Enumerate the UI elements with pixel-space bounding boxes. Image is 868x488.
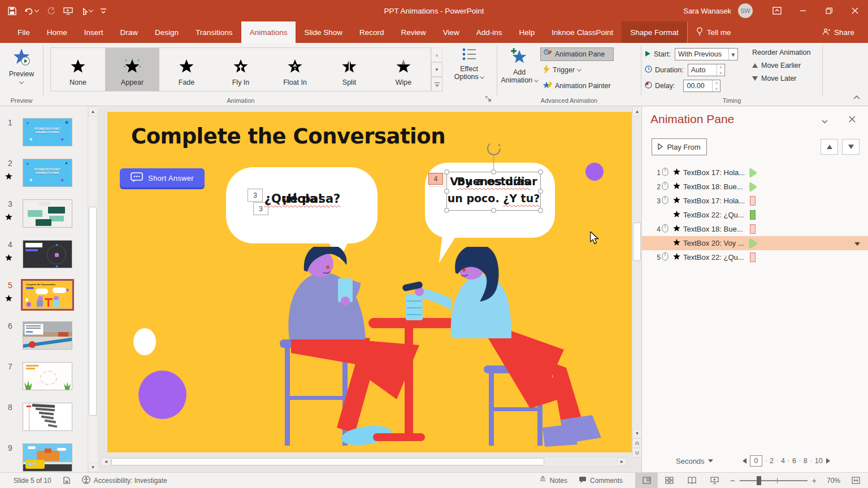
thumbnail-slide-8[interactable]: 8 xyxy=(0,403,85,439)
tab-review[interactable]: Review xyxy=(393,21,435,43)
slide-sorter-view-button[interactable] xyxy=(658,473,680,488)
editor-vscrollbar-thumb[interactable] xyxy=(633,223,641,261)
timing-bar-triangle[interactable] xyxy=(750,168,757,177)
tab-add-ins[interactable]: Add-ins xyxy=(468,21,511,43)
zoom-level[interactable]: 70% xyxy=(821,473,846,488)
thumbnail-image[interactable]: POWERPOINT ANIMATIONS ✦ ✦ ✶ xyxy=(23,159,72,187)
thumbnail-image[interactable]: POWERPOINT ANIMATIONS ✦ ✦ ✿ xyxy=(23,118,72,146)
start-dropdown-arrow[interactable]: ▾ xyxy=(728,49,737,60)
thumbnail-image[interactable] xyxy=(23,240,72,268)
tab-home[interactable]: Home xyxy=(38,21,76,43)
gallery-item-wipe[interactable]: Wipe xyxy=(376,48,431,91)
editor-hscrollbar[interactable]: ◄ ► xyxy=(101,457,627,467)
touch-mouse-mode-icon[interactable] xyxy=(81,7,93,15)
short-answer-button[interactable]: Short Answer xyxy=(120,168,205,188)
thumbnail-slide-7[interactable]: 7 xyxy=(0,362,85,398)
gallery-item-appear[interactable]: Appear xyxy=(105,48,159,91)
animation-item-5[interactable]: 4 TextBox 18: Bue... xyxy=(642,222,868,236)
thumbnail-image[interactable] xyxy=(23,321,72,350)
seconds-dropdown[interactable]: Seconds xyxy=(676,457,713,465)
animation-item-7[interactable]: 5 TextBox 22: ¿Qu... xyxy=(642,250,868,264)
tab-transitions[interactable]: Transitions xyxy=(187,21,241,43)
gallery-more-button[interactable] xyxy=(431,77,442,91)
thumbnail-slide-1[interactable]: 1 POWERPOINT ANIMATIONS ✦ ✦ ✿ xyxy=(0,118,85,154)
timing-bar-entrance[interactable] xyxy=(750,210,756,220)
resize-handle-n[interactable] xyxy=(491,169,496,175)
timeline-left-arrow[interactable] xyxy=(743,457,747,465)
slideshow-view-button[interactable] xyxy=(703,473,726,488)
thumbnail-image[interactable] xyxy=(23,199,72,228)
zoom-out-button[interactable]: − xyxy=(730,476,735,485)
tab-insert[interactable]: Insert xyxy=(76,21,112,43)
preview-button[interactable]: Preview xyxy=(5,47,38,86)
animation-item-6-selected[interactable]: TextBox 20: Voy ... xyxy=(642,236,868,250)
save-icon[interactable] xyxy=(8,7,16,15)
resize-handle-w[interactable] xyxy=(444,189,449,194)
timing-bar-exit[interactable] xyxy=(750,224,756,234)
next-slide-button[interactable] xyxy=(632,448,642,457)
thumbnail-image[interactable] xyxy=(23,362,72,390)
left-bubble-text[interactable]: ¿Qué pasa? ¡Hola! xyxy=(249,192,356,211)
trigger-button[interactable]: Trigger xyxy=(540,63,614,77)
timing-bar-exit[interactable] xyxy=(750,252,756,262)
spellcheck-icon[interactable] xyxy=(57,473,76,488)
reading-view-button[interactable] xyxy=(680,473,703,488)
resize-handle-sw[interactable] xyxy=(444,208,449,213)
comments-button[interactable]: Comments xyxy=(573,473,628,488)
zoom-slider[interactable] xyxy=(740,480,808,481)
move-earlier-button[interactable]: Move Earlier xyxy=(752,62,811,69)
timeline-scale[interactable]: 0 2 4 6 8 10 xyxy=(743,455,830,467)
thumbnail-slide-5[interactable]: 5 Complete the Conversation xyxy=(0,281,85,317)
zoom-slider-thumb[interactable] xyxy=(757,476,761,485)
tab-inknoe-classpoint[interactable]: Inknoe ClassPoint xyxy=(543,21,622,43)
gallery-item-split[interactable]: Split xyxy=(322,48,376,91)
thumbnail-slide-4[interactable]: 4 xyxy=(0,240,85,276)
restore-button[interactable] xyxy=(816,0,842,21)
gallery-item-float-in[interactable]: Float In xyxy=(268,48,322,91)
timing-bar-triangle[interactable] xyxy=(750,182,757,191)
tell-me-button[interactable]: Tell me xyxy=(687,21,740,43)
notes-button[interactable]: Notes xyxy=(533,473,573,488)
slide-indicator[interactable]: Slide 5 of 10 xyxy=(0,473,57,488)
tab-file[interactable]: File xyxy=(9,21,38,43)
textbox-selection-outline[interactable] xyxy=(446,172,541,211)
previous-slide-button[interactable] xyxy=(632,438,642,448)
move-later-button[interactable]: Move Later xyxy=(752,75,811,82)
tab-shape-format[interactable]: Shape Format xyxy=(622,21,687,43)
start-dropdown[interactable]: With Previous ▾ xyxy=(675,48,738,60)
tab-help[interactable]: Help xyxy=(511,21,544,43)
user-avatar[interactable]: SW xyxy=(738,3,753,18)
pane-options-dropdown-icon[interactable] xyxy=(822,116,828,126)
zoom-in-button[interactable]: + xyxy=(812,476,817,485)
play-from-button[interactable]: Play From xyxy=(652,138,707,155)
animation-item-4[interactable]: TextBox 22: ¿Qu... xyxy=(642,208,868,222)
normal-view-button[interactable] xyxy=(635,473,658,488)
user-name[interactable]: Sara Wanasek xyxy=(683,7,731,15)
start-from-beginning-icon[interactable] xyxy=(63,7,73,15)
resize-handle-e[interactable] xyxy=(538,189,543,194)
slide-canvas[interactable]: Complete the Conversation Short Answer 3… xyxy=(107,112,632,452)
tab-animations[interactable]: Animations xyxy=(241,21,296,43)
tab-design[interactable]: Design xyxy=(146,21,187,43)
move-up-button[interactable] xyxy=(821,139,838,155)
thumbnail-slide-2[interactable]: 2 POWERPOINT ANIMATIONS ✦ ✦ ✶ xyxy=(0,159,85,195)
timing-bar-triangle[interactable] xyxy=(750,239,757,248)
gallery-scroll-up[interactable]: ▲ xyxy=(431,47,442,62)
thumbnail-image-current[interactable]: Complete the Conversation xyxy=(23,281,72,309)
close-button[interactable] xyxy=(842,0,868,21)
redo-icon[interactable] xyxy=(46,7,55,15)
accessibility-status[interactable]: Accessibility: Investigate xyxy=(76,473,173,488)
resize-handle-ne[interactable] xyxy=(538,169,543,175)
editor-hscrollbar-thumb[interactable] xyxy=(111,458,544,465)
minimize-button[interactable] xyxy=(790,0,816,21)
tab-draw[interactable]: Draw xyxy=(112,21,147,43)
ribbon-display-options-icon[interactable] xyxy=(764,0,790,21)
item-dropdown-icon[interactable] xyxy=(854,239,860,247)
thumbnail-image[interactable] xyxy=(23,403,72,431)
rotation-handle[interactable] xyxy=(487,141,501,158)
animation-item-1[interactable]: 1 TextBox 17: Hola... xyxy=(642,165,868,180)
share-button[interactable]: Share xyxy=(814,21,868,43)
tab-slide-show[interactable]: Slide Show xyxy=(296,21,351,43)
thumbnail-slide-6[interactable]: 6 xyxy=(0,321,85,358)
editor-vscrollbar[interactable]: ▲ ▼ xyxy=(632,107,641,457)
